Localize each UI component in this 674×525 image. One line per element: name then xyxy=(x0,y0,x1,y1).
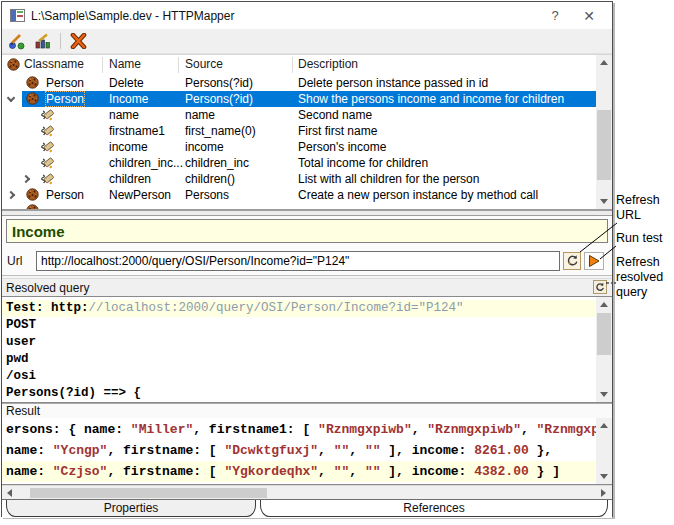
attribute-icon xyxy=(40,140,54,154)
edit-mapping-button[interactable] xyxy=(32,31,54,52)
close-button[interactable]: ✕ xyxy=(572,2,606,29)
scroll-up-arrow[interactable] xyxy=(596,297,612,312)
chevron-right-icon[interactable] xyxy=(22,175,30,183)
cell-name: children_inc... xyxy=(109,156,183,170)
grid-row[interactable]: children_inc...children_incTotal income … xyxy=(2,155,612,171)
scrollbar-thumb[interactable] xyxy=(597,110,611,180)
result-horizontal-scrollbar[interactable] xyxy=(2,485,612,499)
scrollbar-thumb[interactable] xyxy=(597,313,611,355)
selected-method-banner: Income xyxy=(6,219,608,243)
resolved-query-line: user xyxy=(2,334,596,351)
cell-source: name xyxy=(185,108,215,122)
result-text: ersons: { name: "Miller", firstname1: [ … xyxy=(2,418,596,484)
attribute-icon xyxy=(40,124,54,138)
tab-references[interactable]: References xyxy=(260,500,608,517)
chevron-down-icon[interactable] xyxy=(7,94,15,102)
cell-name: Income xyxy=(109,92,148,106)
scrollbar-thumb[interactable] xyxy=(30,488,267,498)
resolved-query-box: Test: http://localhost:2000/query/OSI/Pe… xyxy=(2,296,612,403)
grid-row[interactable]: PersonNewPersonPersonsCreate a new perso… xyxy=(2,187,612,203)
cell-name: children xyxy=(109,172,151,186)
result-vertical-scrollbar[interactable] xyxy=(596,418,612,484)
refresh-url-button[interactable] xyxy=(563,252,581,270)
cell-description: Create a new person instance by method c… xyxy=(298,188,538,202)
run-test-button[interactable] xyxy=(584,252,604,270)
result-line: name: "Czjso", firstname: [ "Ygkordeqhx"… xyxy=(2,461,596,482)
result-label: Result xyxy=(6,404,40,418)
cell-source: children_inc xyxy=(185,156,249,170)
cell-description: Delete person instance passed in id xyxy=(298,76,488,90)
cell-source: Persons(?id) xyxy=(185,76,253,90)
cell-classname: Person xyxy=(46,188,84,202)
column-header-name[interactable]: Name xyxy=(109,57,141,71)
app-icon xyxy=(10,9,25,22)
app-window: L:\Sample\Sample.dev - HTTPMapper ? ✕ xyxy=(1,1,613,517)
resolved-query-line: Test: http://localhost:2000/query/OSI/Pe… xyxy=(2,300,596,317)
scroll-down-arrow[interactable] xyxy=(596,194,612,209)
resolved-query-line: Persons(?id) ==> { xyxy=(2,385,596,402)
attribute-icon xyxy=(40,156,54,170)
cell-name: NewPerson xyxy=(109,188,171,202)
scroll-down-arrow[interactable] xyxy=(596,387,612,402)
mapping-grid: Classname Name Source Description Person… xyxy=(2,54,612,209)
cell-description: Total income for children xyxy=(298,156,428,170)
column-header-classname[interactable]: Classname xyxy=(24,57,84,71)
grid-row[interactable]: PersonIncomePersons(?id)Show the persons… xyxy=(2,91,612,107)
result-header: Result xyxy=(2,403,612,418)
tab-properties[interactable]: Properties xyxy=(6,500,256,517)
class-icon xyxy=(26,76,39,89)
window-title: L:\Sample\Sample.dev - HTTPMapper xyxy=(31,9,538,23)
column-header-source[interactable]: Source xyxy=(185,57,223,71)
column-header-description[interactable]: Description xyxy=(298,57,358,71)
cell-classname: Person xyxy=(46,92,84,106)
resolved-query-text: Test: http://localhost:2000/query/OSI/Pe… xyxy=(2,297,596,402)
cell-description: Person's income xyxy=(298,140,386,154)
result-box: ersons: { name: "Miller", firstname1: [ … xyxy=(2,418,612,485)
scroll-up-arrow[interactable] xyxy=(596,55,612,70)
grid-rows: PersonDeletePersons(?id)Delete person in… xyxy=(2,75,612,203)
url-input[interactable] xyxy=(36,251,560,271)
detail-banner-row: Income xyxy=(2,216,612,246)
class-icon xyxy=(26,204,39,209)
url-row: Url xyxy=(2,246,612,275)
resolved-query-line: pwd xyxy=(2,351,596,368)
help-button[interactable]: ? xyxy=(538,2,572,29)
refresh-resolved-query-button[interactable] xyxy=(593,280,607,294)
cell-name: name xyxy=(109,108,139,122)
grid-row[interactable]: PersonDeletePersons(?id)Delete person in… xyxy=(2,75,612,91)
delete-mapping-button[interactable] xyxy=(67,31,89,52)
grid-row[interactable]: childrenchildren()List with all children… xyxy=(2,171,612,187)
resolved-query-label: Resolved query xyxy=(6,281,89,295)
scroll-up-arrow[interactable] xyxy=(596,418,612,433)
cell-name: income xyxy=(109,140,148,154)
cell-source: income xyxy=(185,140,224,154)
bottom-tabs: Properties References xyxy=(2,499,612,518)
classes-pen-icon xyxy=(8,33,26,50)
mapping-pen-icon xyxy=(34,33,52,50)
url-label: Url xyxy=(7,254,33,268)
toolbar xyxy=(2,29,612,54)
grid-row[interactable]: firstname1first_name(0)First first name xyxy=(2,123,612,139)
resolved-query-line: /osi xyxy=(2,368,596,385)
grid-vertical-scrollbar[interactable] xyxy=(596,55,612,209)
refresh-icon xyxy=(566,254,579,267)
annotation-refresh-url: Refresh URL xyxy=(616,193,660,223)
chevron-right-icon[interactable] xyxy=(7,191,15,199)
attribute-icon xyxy=(40,172,54,186)
partial-row xyxy=(2,203,612,209)
scroll-right-arrow[interactable] xyxy=(596,486,610,500)
annotation-run-test: Run test xyxy=(616,231,663,246)
scroll-left-arrow[interactable] xyxy=(2,486,16,500)
query-vertical-scrollbar[interactable] xyxy=(596,297,612,402)
grid-row[interactable]: incomeincomePerson's income xyxy=(2,139,612,155)
cell-description: List with all children for the person xyxy=(298,172,479,186)
grid-row[interactable]: namenameSecond name xyxy=(2,107,612,123)
edit-classes-button[interactable] xyxy=(6,31,28,52)
class-icon xyxy=(7,58,20,74)
cell-source: first_name(0) xyxy=(185,124,256,138)
cell-description: Second name xyxy=(298,108,372,122)
result-line: ersons: { name: "Miller", firstname1: [ … xyxy=(2,419,596,440)
scroll-down-arrow[interactable] xyxy=(596,469,612,484)
splitter[interactable] xyxy=(2,209,612,216)
cell-name: firstname1 xyxy=(109,124,165,138)
